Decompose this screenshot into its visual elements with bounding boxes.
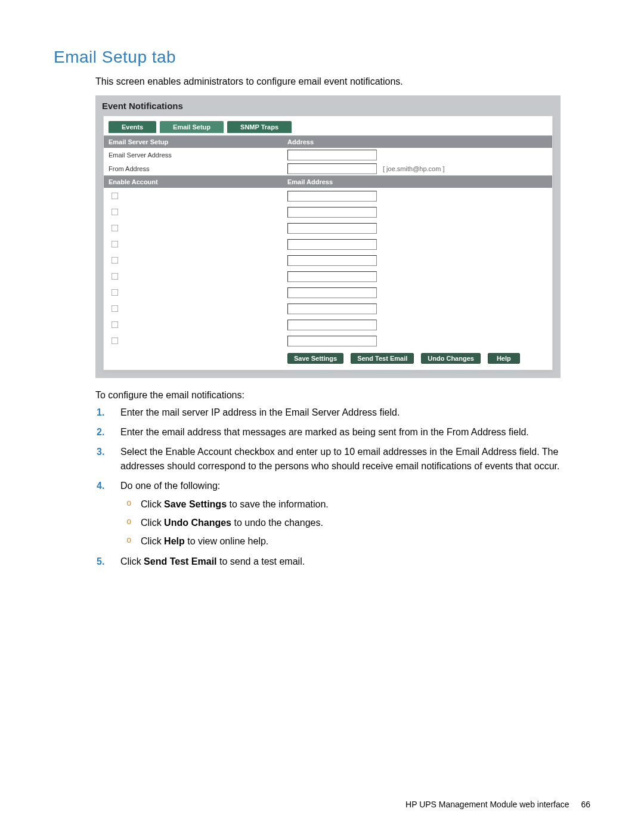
- email-address-input-6[interactable]: [287, 271, 377, 282]
- email-address-input-9[interactable]: [287, 320, 377, 330]
- field-label: Email Server Address: [104, 148, 283, 162]
- instruction-step: Click Send Test Email to send a test ema…: [116, 555, 590, 568]
- server-setup-col2: Address: [283, 136, 552, 148]
- help-button[interactable]: Help: [488, 353, 520, 364]
- page-footer: HP UPS Management Module web interface 6…: [405, 800, 590, 809]
- instructions-intro: To configure the email notifications:: [95, 390, 590, 401]
- field-hint: [ joe.smith@hp.com ]: [383, 165, 444, 172]
- from-address-input[interactable]: [287, 163, 377, 174]
- email-address-input-2[interactable]: [287, 207, 377, 218]
- instruction-substep: Click Undo Changes to undo the changes.: [126, 516, 590, 529]
- intro-text: This screen enables administrators to co…: [95, 76, 590, 87]
- email-address-input-10[interactable]: [287, 336, 377, 346]
- instruction-substep: Click Help to view online help.: [126, 534, 590, 548]
- enable-account-checkbox-8[interactable]: [112, 305, 119, 312]
- email-address-input-4[interactable]: [287, 239, 377, 250]
- enable-account-checkbox-3[interactable]: [112, 225, 119, 232]
- instruction-step: Enter the email address that messages ar…: [116, 425, 590, 439]
- save-settings-button[interactable]: Save Settings: [287, 353, 343, 364]
- tab-events[interactable]: Events: [109, 121, 156, 133]
- email-address-input-5[interactable]: [287, 255, 377, 266]
- enable-account-checkbox-4[interactable]: [112, 241, 119, 248]
- undo-changes-button[interactable]: Undo Changes: [421, 353, 481, 364]
- email-server-address-input[interactable]: [287, 150, 377, 160]
- email-address-input-8[interactable]: [287, 304, 377, 314]
- field-label: From Address: [104, 162, 283, 176]
- enable-account-checkbox-2[interactable]: [112, 209, 119, 216]
- email-address-input-1[interactable]: [287, 191, 377, 202]
- enable-account-col: Enable Account: [104, 176, 283, 188]
- footer-text: HP UPS Management Module web interface: [405, 800, 569, 809]
- enable-account-checkbox-10[interactable]: [112, 337, 119, 345]
- enable-account-checkbox-5[interactable]: [112, 257, 119, 264]
- enable-account-checkbox-7[interactable]: [112, 289, 119, 296]
- tab-email-setup[interactable]: Email Setup: [160, 121, 224, 133]
- email-address-input-3[interactable]: [287, 223, 377, 234]
- server-setup-col1: Email Server Setup: [104, 136, 283, 148]
- send-test-email-button[interactable]: Send Test Email: [351, 353, 414, 364]
- email-address-input-7[interactable]: [287, 287, 377, 298]
- email-address-col: Email Address: [283, 176, 552, 188]
- instruction-step: Do one of the following:Click Save Setti…: [116, 479, 590, 549]
- enable-account-checkbox-6[interactable]: [112, 273, 119, 280]
- instruction-step: Enter the mail server IP address in the …: [116, 405, 590, 419]
- footer-page-number: 66: [581, 800, 590, 809]
- tab-snmp-traps[interactable]: SNMP Traps: [227, 121, 292, 133]
- page-title: Email Setup tab: [54, 48, 590, 67]
- enable-account-checkbox-9[interactable]: [112, 321, 119, 329]
- event-notifications-panel: Event Notifications EventsEmail SetupSNM…: [95, 95, 561, 378]
- panel-header: Event Notifications: [96, 96, 560, 116]
- instruction-substep: Click Save Settings to save the informat…: [126, 497, 590, 511]
- instruction-step: Select the Enable Account checkbox and e…: [116, 445, 590, 472]
- enable-account-checkbox-1[interactable]: [112, 193, 119, 200]
